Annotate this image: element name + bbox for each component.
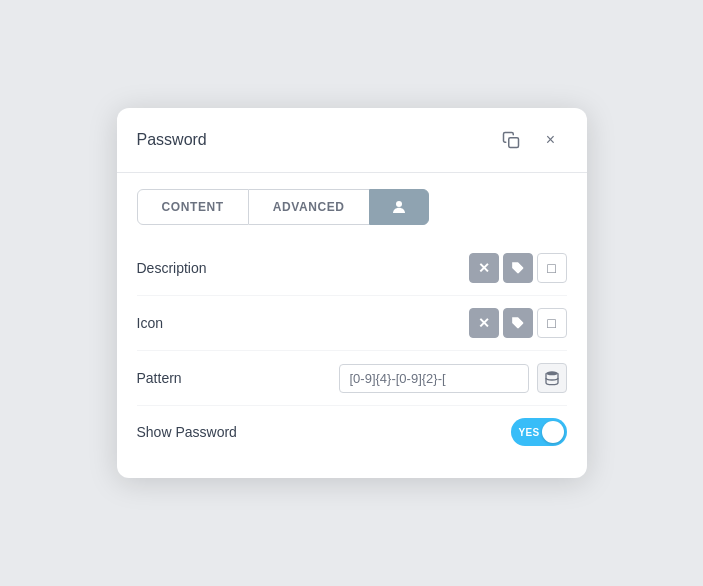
description-tag-button[interactable]	[503, 253, 533, 283]
svg-point-1	[396, 201, 402, 207]
icon-clear-icon: ✕	[478, 315, 490, 331]
icon-row: Icon ✕ □	[137, 296, 567, 351]
dialog-header: Password ×	[117, 108, 587, 173]
svg-rect-0	[508, 138, 518, 148]
person-icon	[390, 198, 408, 216]
description-clear-icon: ✕	[478, 260, 490, 276]
icon-tag-button[interactable]	[503, 308, 533, 338]
tag-icon	[511, 261, 525, 275]
description-clear-button[interactable]: ✕	[469, 253, 499, 283]
form-body: Description ✕ □ Icon	[117, 225, 587, 478]
description-expand-icon: □	[547, 260, 555, 276]
toggle-track[interactable]: YES	[511, 418, 567, 446]
toggle-thumb	[542, 421, 564, 443]
stack-icon	[544, 370, 560, 386]
copy-icon	[502, 131, 520, 149]
pattern-input[interactable]	[339, 364, 529, 393]
pattern-controls	[339, 363, 567, 393]
toggle-yes-label: YES	[519, 427, 540, 438]
pattern-row: Pattern	[137, 351, 567, 406]
svg-point-4	[546, 371, 558, 375]
copy-button[interactable]	[495, 124, 527, 156]
tab-person[interactable]	[369, 189, 429, 225]
icon-label: Icon	[137, 315, 469, 331]
description-expand-button[interactable]: □	[537, 253, 567, 283]
password-dialog: Password × CONTENT ADVANCED Description	[117, 108, 587, 478]
icon-expand-button[interactable]: □	[537, 308, 567, 338]
description-controls: ✕ □	[469, 253, 567, 283]
show-password-label: Show Password	[137, 424, 511, 440]
icon-expand-icon: □	[547, 315, 555, 331]
tab-content[interactable]: CONTENT	[137, 189, 249, 225]
dialog-title: Password	[137, 131, 487, 149]
pattern-stack-button[interactable]	[537, 363, 567, 393]
tab-advanced[interactable]: ADVANCED	[249, 189, 369, 225]
icon-controls: ✕ □	[469, 308, 567, 338]
show-password-toggle[interactable]: YES	[511, 418, 567, 446]
tag-icon-2	[511, 316, 525, 330]
pattern-label: Pattern	[137, 370, 339, 386]
description-label: Description	[137, 260, 469, 276]
close-dialog-button[interactable]: ×	[535, 124, 567, 156]
icon-clear-button[interactable]: ✕	[469, 308, 499, 338]
show-password-row: Show Password YES	[137, 406, 567, 458]
tab-bar: CONTENT ADVANCED	[117, 173, 587, 225]
description-row: Description ✕ □	[137, 241, 567, 296]
close-dialog-icon: ×	[546, 131, 555, 149]
